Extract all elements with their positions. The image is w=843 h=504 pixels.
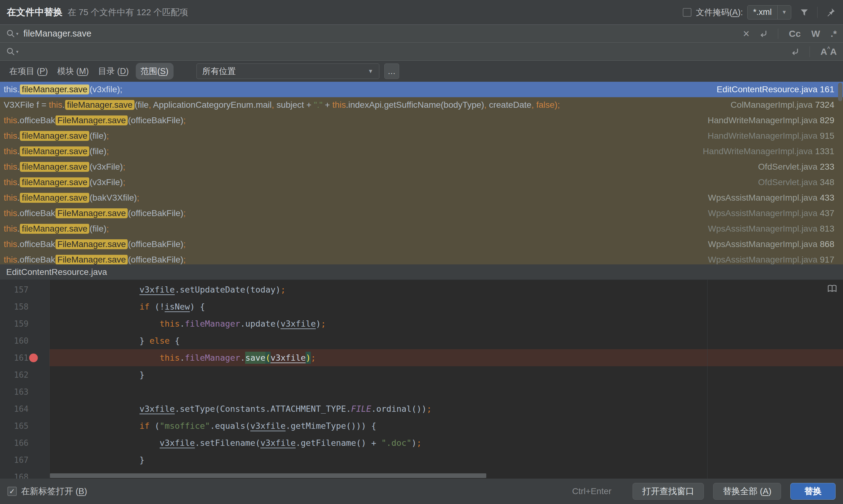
result-text: V3XFile f = this.fileManager.save(file, …	[4, 100, 560, 110]
line-number[interactable]: 159	[0, 319, 50, 328]
filter-icon[interactable]	[799, 7, 809, 17]
line-number[interactable]: 167	[0, 455, 50, 465]
code-line[interactable]: 164v3xfile.setType(Constants.ATTACHMENT_…	[0, 400, 843, 417]
search-field-row[interactable]: ▾ fileManager.save × Cc W .*	[0, 25, 843, 43]
result-file-ref: WpsAssistManagerImpl.java 917	[695, 255, 834, 264]
breakpoint-dot[interactable]	[29, 354, 38, 362]
result-row[interactable]: this.officeBakFileManager.save(officeBak…	[0, 252, 843, 264]
preserve-case-toggle[interactable]: A^A	[820, 47, 837, 57]
code-line[interactable]: 166v3xfile.setFilename(v3xfile.getFilena…	[0, 434, 843, 451]
result-file-ref: WpsAssistManagerImpl.java 868	[695, 239, 834, 249]
match-highlight: FileManager.save	[55, 239, 128, 249]
result-file-ref: ColManagerImpl.java 7324	[718, 100, 834, 110]
footer-bar: ✓ 在新标签打开 (B) Ctrl+Enter 打开查找窗口 替换全部 (A) …	[0, 479, 843, 504]
code-line[interactable]: 163	[0, 383, 843, 400]
search-history-arrow-icon[interactable]: ▾	[16, 31, 19, 37]
result-row[interactable]: this.fileManager.save(file);WpsAssistMan…	[0, 221, 843, 236]
file-mask-combobox[interactable]: *.xml ▼	[747, 5, 791, 19]
chevron-down-icon[interactable]: ▼	[777, 5, 791, 19]
result-row[interactable]: this.officeBakFileManager.save(officeBak…	[0, 113, 843, 128]
result-file-ref: WpsAssistManagerImpl.java 813	[695, 224, 834, 234]
code-preview-editor[interactable]: 157v3xfile.setUpdateDate(today);158if (!…	[0, 280, 843, 479]
regex-toggle[interactable]: .*	[831, 29, 837, 39]
line-number[interactable]: 162	[0, 370, 50, 380]
line-number[interactable]: 165	[0, 421, 50, 431]
line-number[interactable]: 160	[0, 336, 50, 345]
match-case-toggle[interactable]: Cc	[789, 29, 801, 39]
result-text: this.officeBakFileManager.save(officeBak…	[4, 239, 186, 249]
insert-newline-icon[interactable]	[759, 29, 768, 38]
result-row[interactable]: this.fileManager.save(file);HandWriteMan…	[0, 128, 843, 144]
line-number[interactable]: 161	[0, 353, 50, 362]
right-margin-guide	[707, 280, 708, 479]
reader-mode-book-icon[interactable]	[827, 284, 838, 296]
result-file-ref: HandWriteManagerImpl.java 829	[695, 115, 834, 125]
code-line[interactable]: 165if ("msoffice".equals(v3xfile.getMime…	[0, 417, 843, 434]
code-line[interactable]: 161this.fileManager.save(v3xfile);	[0, 349, 843, 366]
result-file-ref: OfdServlet.java 233	[746, 162, 834, 172]
code-line[interactable]: 167}	[0, 451, 843, 468]
clear-search-icon[interactable]: ×	[743, 28, 750, 39]
result-row[interactable]: this.fileManager.save(v3xFile);OfdServle…	[0, 175, 843, 190]
code-text	[50, 383, 843, 400]
replace-field-row[interactable]: ▾ A^A	[0, 43, 843, 61]
line-number[interactable]: 166	[0, 438, 50, 448]
line-number[interactable]: 158	[0, 302, 50, 311]
code-text: } else {	[50, 332, 843, 349]
result-text: this.officeBakFileManager.save(officeBak…	[4, 208, 186, 218]
line-number[interactable]: 163	[0, 387, 50, 397]
result-text: this.fileManager.save(v3xfile);	[4, 85, 122, 94]
result-row[interactable]: this.fileManager.save(v3xfile);EditConte…	[0, 82, 843, 97]
replace-history-arrow-icon[interactable]: ▾	[16, 49, 19, 54]
scope-tab-s[interactable]: 范围(S)	[136, 63, 174, 79]
code-line[interactable]: 160} else {	[0, 332, 843, 349]
replace-button[interactable]: 替换	[790, 483, 836, 500]
result-row[interactable]: this.officeBakFileManager.save(officeBak…	[0, 236, 843, 252]
scope-tab-d[interactable]: 目录 (D)	[96, 63, 132, 79]
match-highlight: fileManager.save	[20, 193, 89, 203]
chevron-down-icon: ▼	[368, 68, 374, 75]
file-mask-checkbox[interactable]	[683, 8, 691, 17]
open-find-window-button[interactable]: 打开查找窗口	[633, 483, 704, 500]
code-line[interactable]: 157v3xfile.setUpdateDate(today);	[0, 281, 843, 298]
result-row[interactable]: V3XFile f = this.fileManager.save(file, …	[0, 97, 843, 113]
search-input[interactable]: fileManager.save	[23, 29, 91, 39]
code-line[interactable]: 158if (!isNew) {	[0, 298, 843, 315]
scope-location-combobox[interactable]: 所有位置 ▼	[196, 64, 379, 79]
code-text: }	[50, 451, 843, 468]
line-number[interactable]: 157	[0, 285, 50, 294]
replace-all-button[interactable]: 替换全部 (A)	[713, 483, 781, 500]
replace-icon[interactable]: ▾	[6, 47, 19, 56]
scope-tab-p[interactable]: 在项目 (P)	[7, 63, 51, 79]
title-bar: 在文件中替换 在 75 个文件中有 122 个匹配项 文件掩码(A): *.xm…	[0, 0, 843, 25]
results-scrollbar[interactable]	[838, 83, 842, 101]
pin-icon[interactable]	[826, 7, 836, 17]
line-number[interactable]: 164	[0, 404, 50, 414]
result-text: this.officeBakFileManager.save(officeBak…	[4, 115, 186, 125]
result-file-ref: EditContentResource.java 161	[704, 85, 834, 94]
result-row[interactable]: this.fileManager.save(bakV3Xfile);WpsAss…	[0, 190, 843, 205]
result-row[interactable]: this.fileManager.save(v3xFile);OfdServle…	[0, 159, 843, 175]
line-number[interactable]: 168	[0, 472, 50, 479]
result-file-ref: WpsAssistManagerImpl.java 437	[695, 208, 834, 218]
match-highlight: FileManager.save	[55, 208, 128, 218]
search-icon[interactable]: ▾	[6, 29, 19, 38]
result-file-ref: HandWriteManagerImpl.java 915	[695, 131, 834, 141]
match-highlight: fileManager.save	[65, 100, 135, 110]
scope-more-button[interactable]: …	[384, 64, 399, 79]
whole-words-toggle[interactable]: W	[811, 29, 820, 39]
match-highlight: fileManager.save	[20, 177, 89, 187]
result-file-ref: HandWriteManagerImpl.java 1331	[690, 146, 834, 156]
match-highlight: fileManager.save	[20, 85, 89, 94]
editor-horizontal-scrollbar[interactable]	[50, 473, 486, 478]
code-line[interactable]: 162}	[0, 366, 843, 383]
code-text: v3xfile.setUpdateDate(today);	[50, 281, 843, 298]
code-line[interactable]: 159this.fileManager.update(v3xfile);	[0, 315, 843, 332]
result-row[interactable]: this.fileManager.save(file);HandWriteMan…	[0, 144, 843, 159]
code-text: if (!isNew) {	[50, 298, 843, 315]
result-row[interactable]: this.officeBakFileManager.save(officeBak…	[0, 205, 843, 221]
open-in-new-tab-checkbox[interactable]: ✓	[7, 487, 17, 496]
insert-newline-icon[interactable]	[790, 47, 799, 56]
scope-bar: 在项目 (P)模块 (M)目录 (D)范围(S) 所有位置 ▼ …	[0, 61, 843, 82]
scope-tab-m[interactable]: 模块 (M)	[55, 63, 91, 79]
